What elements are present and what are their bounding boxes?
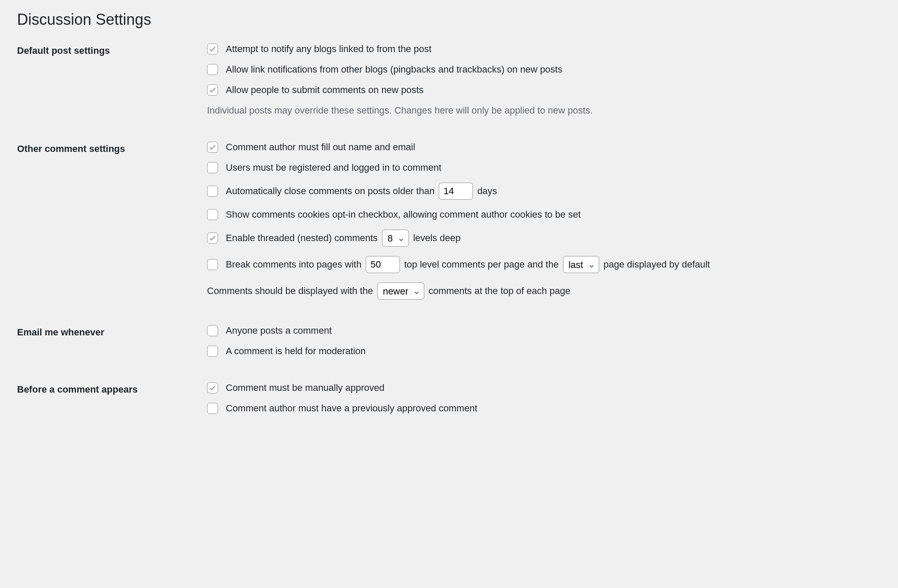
label-auto-close-before: Automatically close comments on posts ol… (226, 186, 434, 197)
checkbox-held-moderation[interactable] (207, 346, 218, 357)
label-held-moderation: A comment is held for moderation (226, 346, 366, 357)
select-page-order[interactable]: last (563, 256, 599, 273)
label-threaded-after: levels deep (413, 233, 461, 244)
option-prev-approved: Comment author must have a previously ap… (207, 403, 881, 414)
checkbox-auto-close[interactable] (207, 186, 218, 197)
section-label-email-me: Email me whenever (17, 325, 207, 338)
check-icon (209, 45, 216, 53)
label-comment-order-after: comments at the top of each page (429, 285, 571, 297)
option-name-email: Comment author must fill out name and em… (207, 142, 881, 153)
page-title: Discussion Settings (17, 11, 881, 29)
option-cookies-opt-in: Show comments cookies opt-in checkbox, a… (207, 209, 881, 220)
section-default-post: Default post settings Attempt to notify … (17, 44, 881, 116)
option-registered: Users must be registered and logged in t… (207, 162, 881, 173)
label-cookies-opt-in: Show comments cookies opt-in checkbox, a… (226, 209, 581, 220)
label-allow-pingbacks: Allow link notifications from other blog… (226, 64, 563, 75)
section-label-before-appears: Before a comment appears (17, 382, 207, 395)
option-anyone-posts: Anyone posts a comment (207, 325, 881, 336)
checkbox-manual-approve[interactable] (207, 382, 218, 393)
option-notify-blogs: Attempt to notify any blogs linked to fr… (207, 44, 881, 55)
option-manual-approve: Comment must be manually approved (207, 382, 881, 393)
checkbox-allow-pingbacks[interactable] (207, 64, 218, 75)
settings-form: Default post settings Attempt to notify … (17, 44, 881, 414)
label-threaded-before: Enable threaded (nested) comments (226, 233, 378, 244)
label-auto-close-after: days (477, 186, 497, 197)
section-other-comment: Other comment settings Comment author mu… (17, 142, 881, 300)
check-icon (209, 384, 216, 392)
section-email-me: Email me whenever Anyone posts a comment… (17, 325, 881, 357)
label-anyone-posts: Anyone posts a comment (226, 325, 332, 336)
label-comment-order-before: Comments should be displayed with the (207, 285, 373, 297)
check-icon (209, 234, 216, 242)
option-pagination: Break comments into pages with top level… (207, 256, 881, 273)
option-allow-comments: Allow people to submit comments on new p… (207, 84, 881, 96)
label-notify-blogs: Attempt to notify any blogs linked to fr… (226, 44, 432, 55)
label-pagination-mid: top level comments per page and the (404, 259, 559, 270)
section-label-default-post: Default post settings (17, 44, 207, 56)
label-allow-comments: Allow people to submit comments on new p… (226, 84, 423, 96)
checkbox-anyone-posts[interactable] (207, 325, 218, 336)
select-threaded-levels[interactable]: 8 (382, 230, 409, 247)
option-auto-close: Automatically close comments on posts ol… (207, 183, 881, 200)
label-name-email: Comment author must fill out name and em… (226, 142, 415, 153)
option-comment-order: Comments should be displayed with the ne… (207, 282, 881, 300)
checkbox-threaded[interactable] (207, 233, 218, 244)
description-default-post: Individual posts may override these sett… (207, 105, 881, 116)
check-icon (209, 86, 216, 94)
option-threaded: Enable threaded (nested) comments 8 leve… (207, 230, 881, 247)
label-pagination-before: Break comments into pages with (226, 259, 362, 270)
section-label-other-comment: Other comment settings (17, 142, 207, 154)
checkbox-name-email[interactable] (207, 142, 218, 153)
checkbox-notify-blogs[interactable] (207, 44, 218, 55)
checkbox-pagination[interactable] (207, 259, 218, 270)
label-pagination-after: page displayed by default (604, 259, 710, 270)
checkbox-allow-comments[interactable] (207, 84, 218, 96)
option-allow-pingbacks: Allow link notifications from other blog… (207, 64, 881, 75)
option-held-moderation: A comment is held for moderation (207, 346, 881, 357)
checkbox-cookies-opt-in[interactable] (207, 209, 218, 220)
input-comments-per-page[interactable] (366, 256, 400, 273)
check-icon (209, 143, 216, 151)
input-auto-close-days[interactable] (439, 183, 473, 200)
label-registered: Users must be registered and logged in t… (226, 162, 441, 173)
label-prev-approved: Comment author must have a previously ap… (226, 403, 477, 414)
checkbox-registered[interactable] (207, 162, 218, 173)
label-manual-approve: Comment must be manually approved (226, 382, 385, 393)
select-comment-order[interactable]: newer (377, 282, 424, 300)
section-before-appears: Before a comment appears Comment must be… (17, 382, 881, 414)
checkbox-prev-approved[interactable] (207, 403, 218, 414)
